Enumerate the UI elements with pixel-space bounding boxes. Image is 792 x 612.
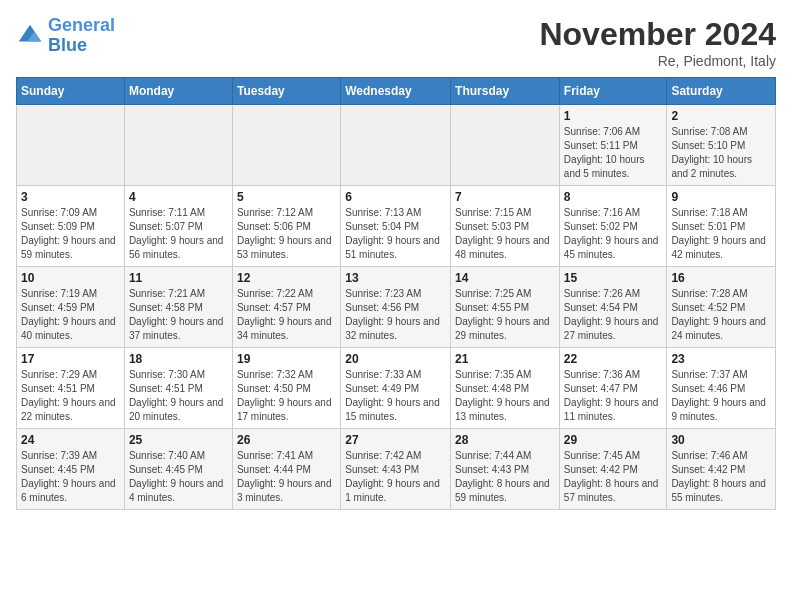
day-number: 18 <box>129 352 228 366</box>
month-title: November 2024 <box>539 16 776 53</box>
day-info: Sunrise: 7:23 AM Sunset: 4:56 PM Dayligh… <box>345 287 446 343</box>
calendar-cell <box>341 105 451 186</box>
day-number: 26 <box>237 433 336 447</box>
calendar-cell: 11Sunrise: 7:21 AM Sunset: 4:58 PM Dayli… <box>124 267 232 348</box>
calendar-cell: 22Sunrise: 7:36 AM Sunset: 4:47 PM Dayli… <box>559 348 667 429</box>
day-number: 14 <box>455 271 555 285</box>
weekday-header-row: SundayMondayTuesdayWednesdayThursdayFrid… <box>17 78 776 105</box>
day-info: Sunrise: 7:35 AM Sunset: 4:48 PM Dayligh… <box>455 368 555 424</box>
day-number: 8 <box>564 190 663 204</box>
day-info: Sunrise: 7:18 AM Sunset: 5:01 PM Dayligh… <box>671 206 771 262</box>
day-info: Sunrise: 7:25 AM Sunset: 4:55 PM Dayligh… <box>455 287 555 343</box>
day-info: Sunrise: 7:40 AM Sunset: 4:45 PM Dayligh… <box>129 449 228 505</box>
calendar-cell: 10Sunrise: 7:19 AM Sunset: 4:59 PM Dayli… <box>17 267 125 348</box>
calendar-cell <box>124 105 232 186</box>
logo-icon <box>16 22 44 50</box>
calendar-cell: 9Sunrise: 7:18 AM Sunset: 5:01 PM Daylig… <box>667 186 776 267</box>
weekday-header-thursday: Thursday <box>451 78 560 105</box>
calendar-cell: 24Sunrise: 7:39 AM Sunset: 4:45 PM Dayli… <box>17 429 125 510</box>
calendar-cell: 18Sunrise: 7:30 AM Sunset: 4:51 PM Dayli… <box>124 348 232 429</box>
calendar-cell: 14Sunrise: 7:25 AM Sunset: 4:55 PM Dayli… <box>451 267 560 348</box>
weekday-header-sunday: Sunday <box>17 78 125 105</box>
day-number: 12 <box>237 271 336 285</box>
day-number: 21 <box>455 352 555 366</box>
day-info: Sunrise: 7:13 AM Sunset: 5:04 PM Dayligh… <box>345 206 446 262</box>
calendar-cell: 4Sunrise: 7:11 AM Sunset: 5:07 PM Daylig… <box>124 186 232 267</box>
calendar-cell: 20Sunrise: 7:33 AM Sunset: 4:49 PM Dayli… <box>341 348 451 429</box>
calendar-cell <box>17 105 125 186</box>
calendar-week-1: 1Sunrise: 7:06 AM Sunset: 5:11 PM Daylig… <box>17 105 776 186</box>
day-number: 11 <box>129 271 228 285</box>
calendar-cell: 12Sunrise: 7:22 AM Sunset: 4:57 PM Dayli… <box>232 267 340 348</box>
day-number: 16 <box>671 271 771 285</box>
day-number: 2 <box>671 109 771 123</box>
day-info: Sunrise: 7:08 AM Sunset: 5:10 PM Dayligh… <box>671 125 771 181</box>
calendar-cell: 3Sunrise: 7:09 AM Sunset: 5:09 PM Daylig… <box>17 186 125 267</box>
day-info: Sunrise: 7:11 AM Sunset: 5:07 PM Dayligh… <box>129 206 228 262</box>
calendar-cell: 29Sunrise: 7:45 AM Sunset: 4:42 PM Dayli… <box>559 429 667 510</box>
calendar-week-2: 3Sunrise: 7:09 AM Sunset: 5:09 PM Daylig… <box>17 186 776 267</box>
weekday-header-wednesday: Wednesday <box>341 78 451 105</box>
calendar-week-5: 24Sunrise: 7:39 AM Sunset: 4:45 PM Dayli… <box>17 429 776 510</box>
logo-text: General Blue <box>48 16 115 56</box>
calendar-cell: 7Sunrise: 7:15 AM Sunset: 5:03 PM Daylig… <box>451 186 560 267</box>
day-number: 23 <box>671 352 771 366</box>
calendar-cell: 17Sunrise: 7:29 AM Sunset: 4:51 PM Dayli… <box>17 348 125 429</box>
calendar-cell: 8Sunrise: 7:16 AM Sunset: 5:02 PM Daylig… <box>559 186 667 267</box>
weekday-header-saturday: Saturday <box>667 78 776 105</box>
calendar-cell: 1Sunrise: 7:06 AM Sunset: 5:11 PM Daylig… <box>559 105 667 186</box>
day-number: 28 <box>455 433 555 447</box>
day-info: Sunrise: 7:33 AM Sunset: 4:49 PM Dayligh… <box>345 368 446 424</box>
day-info: Sunrise: 7:37 AM Sunset: 4:46 PM Dayligh… <box>671 368 771 424</box>
weekday-header-tuesday: Tuesday <box>232 78 340 105</box>
calendar-cell: 16Sunrise: 7:28 AM Sunset: 4:52 PM Dayli… <box>667 267 776 348</box>
weekday-header-monday: Monday <box>124 78 232 105</box>
calendar-cell: 26Sunrise: 7:41 AM Sunset: 4:44 PM Dayli… <box>232 429 340 510</box>
calendar-cell: 6Sunrise: 7:13 AM Sunset: 5:04 PM Daylig… <box>341 186 451 267</box>
day-number: 3 <box>21 190 120 204</box>
day-number: 15 <box>564 271 663 285</box>
calendar-header: SundayMondayTuesdayWednesdayThursdayFrid… <box>17 78 776 105</box>
day-info: Sunrise: 7:06 AM Sunset: 5:11 PM Dayligh… <box>564 125 663 181</box>
calendar-week-3: 10Sunrise: 7:19 AM Sunset: 4:59 PM Dayli… <box>17 267 776 348</box>
calendar-cell: 19Sunrise: 7:32 AM Sunset: 4:50 PM Dayli… <box>232 348 340 429</box>
day-info: Sunrise: 7:09 AM Sunset: 5:09 PM Dayligh… <box>21 206 120 262</box>
day-number: 17 <box>21 352 120 366</box>
day-number: 24 <box>21 433 120 447</box>
calendar-cell <box>451 105 560 186</box>
day-number: 30 <box>671 433 771 447</box>
day-info: Sunrise: 7:39 AM Sunset: 4:45 PM Dayligh… <box>21 449 120 505</box>
calendar-cell: 5Sunrise: 7:12 AM Sunset: 5:06 PM Daylig… <box>232 186 340 267</box>
day-info: Sunrise: 7:44 AM Sunset: 4:43 PM Dayligh… <box>455 449 555 505</box>
day-number: 22 <box>564 352 663 366</box>
day-number: 25 <box>129 433 228 447</box>
day-number: 13 <box>345 271 446 285</box>
calendar-cell: 30Sunrise: 7:46 AM Sunset: 4:42 PM Dayli… <box>667 429 776 510</box>
day-info: Sunrise: 7:19 AM Sunset: 4:59 PM Dayligh… <box>21 287 120 343</box>
day-number: 19 <box>237 352 336 366</box>
day-number: 1 <box>564 109 663 123</box>
day-info: Sunrise: 7:45 AM Sunset: 4:42 PM Dayligh… <box>564 449 663 505</box>
title-area: November 2024 Re, Piedmont, Italy <box>539 16 776 69</box>
day-info: Sunrise: 7:16 AM Sunset: 5:02 PM Dayligh… <box>564 206 663 262</box>
day-info: Sunrise: 7:21 AM Sunset: 4:58 PM Dayligh… <box>129 287 228 343</box>
calendar-table: SundayMondayTuesdayWednesdayThursdayFrid… <box>16 77 776 510</box>
calendar-cell: 23Sunrise: 7:37 AM Sunset: 4:46 PM Dayli… <box>667 348 776 429</box>
calendar-cell: 2Sunrise: 7:08 AM Sunset: 5:10 PM Daylig… <box>667 105 776 186</box>
weekday-header-friday: Friday <box>559 78 667 105</box>
calendar-cell: 15Sunrise: 7:26 AM Sunset: 4:54 PM Dayli… <box>559 267 667 348</box>
day-info: Sunrise: 7:42 AM Sunset: 4:43 PM Dayligh… <box>345 449 446 505</box>
calendar-cell: 28Sunrise: 7:44 AM Sunset: 4:43 PM Dayli… <box>451 429 560 510</box>
logo-line2: Blue <box>48 35 87 55</box>
day-number: 7 <box>455 190 555 204</box>
calendar-cell: 13Sunrise: 7:23 AM Sunset: 4:56 PM Dayli… <box>341 267 451 348</box>
calendar-cell: 25Sunrise: 7:40 AM Sunset: 4:45 PM Dayli… <box>124 429 232 510</box>
day-info: Sunrise: 7:46 AM Sunset: 4:42 PM Dayligh… <box>671 449 771 505</box>
day-info: Sunrise: 7:32 AM Sunset: 4:50 PM Dayligh… <box>237 368 336 424</box>
day-info: Sunrise: 7:22 AM Sunset: 4:57 PM Dayligh… <box>237 287 336 343</box>
day-info: Sunrise: 7:41 AM Sunset: 4:44 PM Dayligh… <box>237 449 336 505</box>
day-info: Sunrise: 7:26 AM Sunset: 4:54 PM Dayligh… <box>564 287 663 343</box>
day-number: 5 <box>237 190 336 204</box>
day-number: 9 <box>671 190 771 204</box>
day-number: 4 <box>129 190 228 204</box>
